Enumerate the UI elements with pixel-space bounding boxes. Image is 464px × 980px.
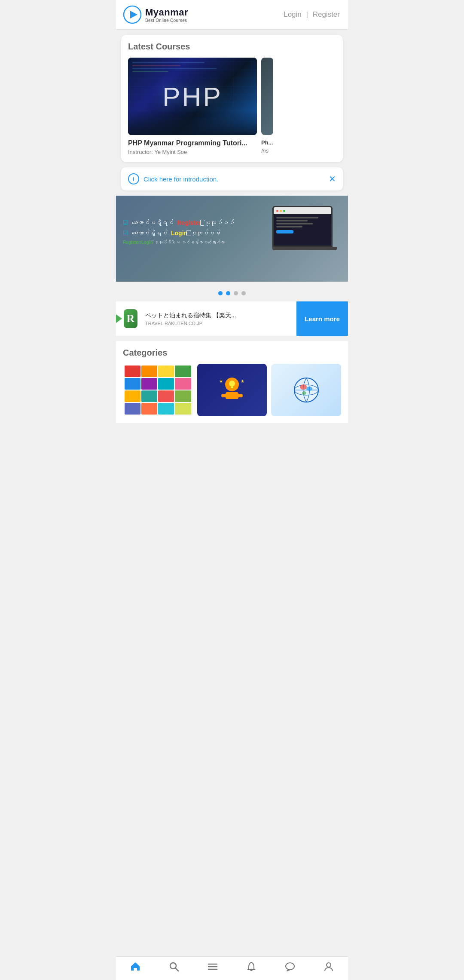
promo-burmese-1b: ပြုလုပ်ပမ် (205, 219, 234, 226)
register-link[interactable]: Register (313, 10, 340, 18)
ad-title: ペットと泊まれる宿特集 【楽天... (145, 311, 293, 319)
bottom-spacer (116, 428, 348, 463)
p15 (158, 403, 174, 415)
code-lines (132, 62, 253, 74)
p2 (141, 366, 157, 377)
logo-icon (123, 5, 142, 24)
category-item-colorful[interactable] (123, 364, 193, 416)
svg-point-13 (300, 384, 307, 390)
ad-url: TRAVEL.RAKUTEN.CO.JP (145, 321, 293, 326)
laptop-line-2 (276, 220, 308, 221)
dot-1[interactable] (218, 291, 223, 295)
promo-banner: ☑ အကောင်မရှိရင် Register ပြုလုပ်ပမ် ☑ အက… (116, 196, 348, 282)
p5 (125, 378, 140, 390)
course-name-php: PHP Myanmar Programming Tutori... (128, 139, 257, 147)
promo-myanmar-2: အကောင်ရှိရင် (132, 230, 168, 237)
info-banner[interactable]: i Click here for introduction. ✕ (121, 167, 343, 190)
php-label: PHP (162, 81, 222, 112)
laptop-line-4 (276, 226, 302, 227)
p8 (175, 378, 191, 390)
promo-sub-content: ပြုလုပ်ပြီးပါက သင်ခန်းစာသင်ရောက်ကာ (154, 240, 225, 245)
p1 (125, 366, 140, 377)
promo-content: ☑ အကောင်မရှိရင် Register ပြုလုပ်ပမ် ☑ အက… (116, 196, 348, 268)
svg-rect-4 (231, 387, 233, 388)
promo-myanmar-1: အကောင်မရှိရင် (132, 219, 174, 226)
logo-title: Myanmar (145, 7, 188, 18)
code-line-1 (132, 62, 205, 63)
p6 (141, 378, 157, 390)
category-item-tech[interactable]: ★ ★ (197, 364, 267, 416)
promo-line-1: ☑ အကောင်မရှိရင် Register ပြုလုပ်ပမ် (123, 219, 267, 226)
course-card-partial: Ph... Ins (261, 58, 273, 155)
course-info-php: PHP Myanmar Programming Tutori... Instru… (128, 139, 257, 155)
svg-point-14 (306, 387, 312, 391)
p11 (158, 390, 174, 402)
main-content: Latest Courses PHP (116, 30, 348, 468)
tech-svg: ★ ★ (217, 375, 247, 405)
promo-burmese-2b: ပြုလုပ်ပမ် (191, 230, 220, 237)
latest-courses-title: Latest Courses (128, 42, 336, 52)
svg-marker-1 (130, 11, 137, 18)
categories-title: Categories (123, 348, 341, 358)
categories-section: Categories (116, 341, 348, 423)
dot-3[interactable] (234, 291, 238, 295)
promo-line-2: ☑ အကောင်ရှိရင် Login ပြုလုပ်ပမ် (123, 230, 267, 237)
app-header: Myanmar Best Online Courses Login | Regi… (116, 0, 348, 30)
svg-rect-6 (221, 394, 227, 397)
laptop-screen (272, 206, 333, 247)
info-icon: i (128, 173, 139, 184)
p4 (175, 366, 191, 377)
category-thumb-tech: ★ ★ (197, 364, 267, 416)
globe-svg (291, 375, 321, 405)
ad-banner[interactable]: R ペットと泊まれる宿特集 【楽天... TRAVEL.RAKUTEN.CO.J… (116, 301, 348, 336)
browser-dot-green (283, 210, 285, 212)
code-line-2 (132, 65, 180, 66)
p14 (141, 403, 157, 415)
ad-cta-button[interactable]: Learn more (296, 301, 348, 336)
info-text: Click here for introduction. (143, 175, 218, 183)
nav-separator: | (306, 10, 308, 18)
check-icon-2: ☑ (123, 230, 128, 237)
instructor-partial: Ins (261, 147, 273, 154)
logo-area: Myanmar Best Online Courses (123, 5, 188, 24)
logo-subtitle: Best Online Courses (145, 18, 188, 23)
p16 (175, 403, 191, 415)
check-icon-1: ☑ (123, 219, 128, 226)
p12 (175, 390, 191, 402)
promo-banner-wrapper: ☑ အကောင်မရှိရင် Register ပြုလုပ်ပမ် ☑ အက… (116, 196, 348, 301)
cat-puzzle (123, 364, 193, 416)
svg-rect-5 (226, 392, 238, 399)
p13 (125, 403, 140, 415)
promo-laptop (272, 206, 341, 258)
laptop-browser (274, 207, 331, 214)
laptop-content (274, 214, 331, 236)
category-thumb-globe (271, 364, 341, 416)
keyboard-overlay (128, 109, 257, 135)
course-instructor-php: Instructor: Ye Myint Soe (128, 149, 257, 155)
promo-login-text: Login (171, 230, 187, 237)
logo-text-area: Myanmar Best Online Courses (145, 7, 188, 23)
p9 (125, 390, 140, 402)
promo-sub-text: Register/Login ပြုလုပ်ပြီးပါက သင်ခန်းစာသ… (123, 240, 267, 245)
latest-courses-section: Latest Courses PHP (121, 35, 343, 162)
svg-point-3 (229, 381, 235, 387)
laptop-btn (276, 230, 293, 233)
laptop-line-1 (276, 217, 318, 218)
login-link[interactable]: Login (284, 10, 302, 18)
partial-info: Ph... Ins (261, 139, 273, 154)
courses-row: PHP PHP Myanmar Programming Tutori... In… (128, 58, 336, 155)
browser-dot-red (276, 210, 278, 212)
dot-4[interactable] (241, 291, 246, 295)
dot-2[interactable] (226, 291, 230, 295)
course-thumb-php-bg: PHP (128, 58, 257, 135)
p10 (141, 390, 157, 402)
browser-dot-yellow (280, 210, 282, 212)
info-icon-label: i (133, 176, 134, 182)
category-item-globe[interactable] (271, 364, 341, 416)
course-card-php[interactable]: PHP PHP Myanmar Programming Tutori... In… (128, 58, 257, 155)
info-banner-left: i Click here for introduction. (128, 173, 218, 184)
categories-grid: ★ ★ (123, 364, 341, 416)
course-name-partial: Ph... (261, 139, 273, 146)
close-icon[interactable]: ✕ (329, 174, 336, 184)
p3 (158, 366, 174, 377)
